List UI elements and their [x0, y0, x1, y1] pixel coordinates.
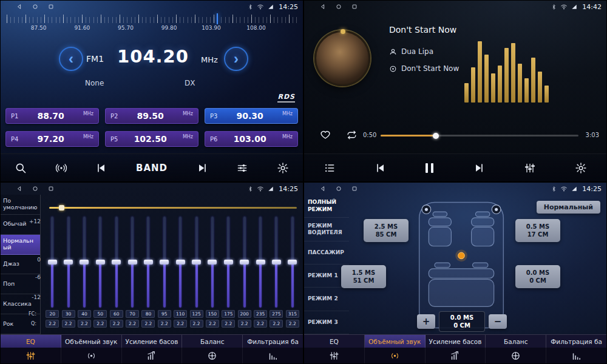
eq-slider-handle[interactable]: [128, 260, 137, 265]
balance-icon[interactable]: [182, 348, 243, 363]
delay-front-left[interactable]: 2.5 MS 85 CM: [364, 219, 409, 242]
previous-station-icon[interactable]: [95, 162, 107, 174]
eq-band-slider[interactable]: [172, 217, 188, 308]
mode-driver[interactable]: РЕЖИМ ВОДИТЕЛЯ: [304, 218, 349, 241]
band-button[interactable]: BAND: [136, 163, 168, 174]
eq-preset-default[interactable]: По умолчанию: [1, 195, 40, 215]
mode-3[interactable]: РЕЖИМ 3: [304, 311, 349, 334]
tab-eq[interactable]: EQ: [1, 335, 61, 348]
preset-p5[interactable]: P5 102.50 MHz: [105, 131, 198, 147]
eq-band-slider[interactable]: [109, 217, 124, 308]
eq-slider-handle[interactable]: [80, 260, 89, 265]
next-station-icon[interactable]: [196, 162, 208, 174]
tune-up-button[interactable]: ›: [224, 47, 248, 71]
eq-slider-handle[interactable]: [288, 260, 297, 265]
previous-track-icon[interactable]: [375, 162, 387, 174]
nav-recents-icon[interactable]: [351, 186, 358, 192]
eq-sliders-icon[interactable]: [304, 348, 365, 363]
eq-slider-handle[interactable]: [64, 260, 73, 265]
eq-band-slider[interactable]: [268, 217, 284, 308]
preset-p1[interactable]: P1 88.70 MHz: [5, 108, 99, 124]
eq-slider-handle[interactable]: [240, 260, 249, 265]
eq-band-slider[interactable]: [76, 217, 92, 308]
balance-icon[interactable]: [486, 348, 546, 363]
nav-recents-icon[interactable]: [48, 4, 54, 10]
delay-rear-left[interactable]: 1.5 MS 51 CM: [341, 265, 386, 288]
master-slider-handle[interactable]: [59, 205, 64, 211]
nav-home-icon[interactable]: [32, 186, 38, 192]
tab-balance[interactable]: Баланс: [182, 335, 243, 348]
nav-home-icon[interactable]: [336, 186, 342, 192]
preset-p6[interactable]: P6 103.00 MHz: [205, 131, 298, 147]
bass-boost-icon[interactable]: [426, 348, 486, 363]
eq-band-slider[interactable]: [220, 217, 236, 308]
next-track-icon[interactable]: [473, 162, 485, 174]
eq-slider-handle[interactable]: [144, 260, 153, 265]
tab-eq[interactable]: EQ: [304, 335, 365, 348]
pause-icon[interactable]: [426, 163, 433, 173]
tab-balance[interactable]: Баланс: [486, 335, 546, 348]
eq-band-slider[interactable]: [157, 217, 172, 308]
progress-knob[interactable]: [433, 133, 439, 139]
sound-profile-button[interactable]: Нормальный: [537, 201, 600, 214]
tab-filter[interactable]: Фильтрация ба: [546, 335, 606, 348]
settings-icon[interactable]: [277, 162, 289, 174]
nav-recents-icon[interactable]: [351, 4, 358, 10]
eq-sliders-icon[interactable]: [1, 348, 61, 363]
eq-slider-handle[interactable]: [96, 260, 105, 265]
nav-recents-icon[interactable]: [48, 186, 54, 192]
eq-slider-handle[interactable]: [48, 260, 57, 265]
mode-2[interactable]: РЕЖИМ 2: [304, 288, 349, 311]
eq-slider-handle[interactable]: [256, 260, 265, 265]
frequency-ruler[interactable]: 87.50 91.60 95.70 99.80 103.90 108.00: [7, 15, 297, 35]
eq-slider-handle[interactable]: [176, 260, 185, 265]
equalizer-icon[interactable]: [236, 162, 248, 174]
filter-icon[interactable]: [546, 348, 606, 363]
mode-full[interactable]: ПОЛНЫЙ РЕЖИМ: [304, 195, 349, 218]
nav-back-icon[interactable]: [16, 4, 22, 10]
eq-band-slider[interactable]: [60, 217, 76, 308]
surround-sound-icon[interactable]: [365, 348, 426, 363]
master-level-slider[interactable]: [49, 207, 297, 209]
preset-p4[interactable]: P4 97.20 MHz: [5, 131, 99, 147]
eq-slider-handle[interactable]: [112, 260, 121, 265]
mode-passenger[interactable]: ПАССАЖИР: [304, 241, 349, 265]
playlist-icon[interactable]: [324, 162, 336, 174]
eq-band-slider[interactable]: [44, 217, 60, 308]
surround-sound-icon[interactable]: [61, 348, 122, 363]
tab-surround[interactable]: Объёмный звук: [365, 335, 426, 348]
nav-home-icon[interactable]: [32, 4, 38, 10]
search-icon[interactable]: [15, 162, 27, 174]
tab-filter[interactable]: Фильтрация ба: [243, 335, 303, 348]
eq-band-slider[interactable]: [140, 217, 156, 308]
eq-band-slider[interactable]: [92, 217, 108, 308]
eq-band-slider[interactable]: [285, 217, 300, 308]
eq-slider-handle[interactable]: [224, 260, 233, 265]
delay-front-right[interactable]: 0.5 MS 17 CM: [515, 219, 560, 242]
eq-band-slider[interactable]: [205, 217, 220, 308]
eq-slider-handle[interactable]: [160, 260, 169, 265]
broadcast-icon[interactable]: [55, 162, 67, 174]
eq-slider-handle[interactable]: [192, 260, 201, 265]
delay-increase-button[interactable]: +: [417, 314, 435, 329]
delay-decrease-button[interactable]: −: [489, 314, 507, 329]
eq-band-slider[interactable]: [188, 217, 204, 308]
settings-icon[interactable]: [575, 162, 587, 174]
nav-back-icon[interactable]: [16, 186, 22, 192]
tab-bass-boost[interactable]: Усиление басов: [122, 335, 183, 348]
repeat-icon[interactable]: [347, 130, 357, 143]
preset-p3[interactable]: P3 90.30 MHz: [205, 108, 298, 124]
tab-surround[interactable]: Объёмный звук: [61, 335, 122, 348]
progress-bar[interactable]: [381, 135, 578, 136]
nav-home-icon[interactable]: [336, 4, 342, 10]
filter-icon[interactable]: [243, 348, 303, 363]
delay-rear-right[interactable]: 0.0 MS 0 CM: [515, 265, 560, 288]
eq-band-slider[interactable]: [253, 217, 268, 308]
eq-slider-handle[interactable]: [272, 260, 281, 265]
eq-slider-handle[interactable]: [208, 260, 217, 265]
tune-down-button[interactable]: ‹: [59, 47, 83, 71]
nav-back-icon[interactable]: [320, 4, 326, 10]
bass-boost-icon[interactable]: [122, 348, 183, 363]
equalizer-icon[interactable]: [524, 162, 536, 174]
nav-back-icon[interactable]: [320, 186, 326, 192]
